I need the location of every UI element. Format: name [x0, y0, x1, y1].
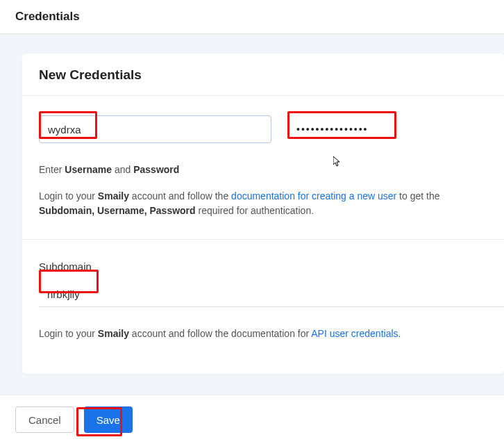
credentials-row: ••••••••••••••• Enter Username and Passw…: [22, 96, 504, 239]
help-text-1: Login to your Smaily account and follow …: [39, 189, 487, 239]
credentials-card: New Credentials ••••••••••••••• Enter Us…: [22, 54, 504, 374]
subdomain-section: Subdomain Login to your Smaily account a…: [22, 240, 504, 374]
hint-prefix: Enter: [39, 164, 65, 175]
field-group: •••••••••••••••: [39, 115, 487, 143]
doc-link[interactable]: documentation for creating a new user: [231, 190, 396, 202]
h1-mid: account and follow the: [129, 190, 231, 202]
subdomain-label: Subdomain: [39, 261, 487, 272]
hint-and: and: [112, 164, 133, 175]
page-title: Credentials: [15, 10, 489, 24]
h2-suffix: .: [398, 328, 401, 339]
hint-username: Username: [65, 164, 112, 175]
h1-pw: Password: [149, 205, 195, 216]
password-input[interactable]: •••••••••••••••: [288, 115, 396, 143]
api-credentials-link[interactable]: API user credentials: [311, 328, 398, 339]
h1-after: to get the: [396, 190, 439, 202]
cancel-button[interactable]: Cancel: [15, 406, 74, 433]
save-button[interactable]: Save: [84, 406, 133, 433]
card-header: New Credentials: [22, 54, 504, 95]
h2-mid: account and follow the documentation for: [129, 328, 311, 339]
help-text-2: Login to your Smaily account and follow …: [39, 328, 487, 374]
h1-prefix: Login to your: [39, 190, 98, 202]
h1-smaily: Smaily: [98, 190, 129, 202]
footer-bar: Cancel Save: [0, 395, 504, 444]
subdomain-input[interactable]: [39, 282, 504, 307]
content-area: New Credentials ••••••••••••••• Enter Us…: [0, 34, 504, 400]
username-input[interactable]: [39, 115, 271, 143]
card-title: New Credentials: [39, 67, 487, 83]
h1-suffix: required for authentication.: [196, 205, 314, 216]
h2-prefix: Login to your: [39, 328, 98, 339]
h2-smaily: Smaily: [98, 328, 129, 339]
enter-hint: Enter Username and Password: [39, 164, 487, 175]
hint-password: Password: [133, 164, 179, 175]
h1-subdomain: Subdomain, Username,: [39, 205, 147, 216]
page-header: Credentials: [0, 0, 504, 34]
